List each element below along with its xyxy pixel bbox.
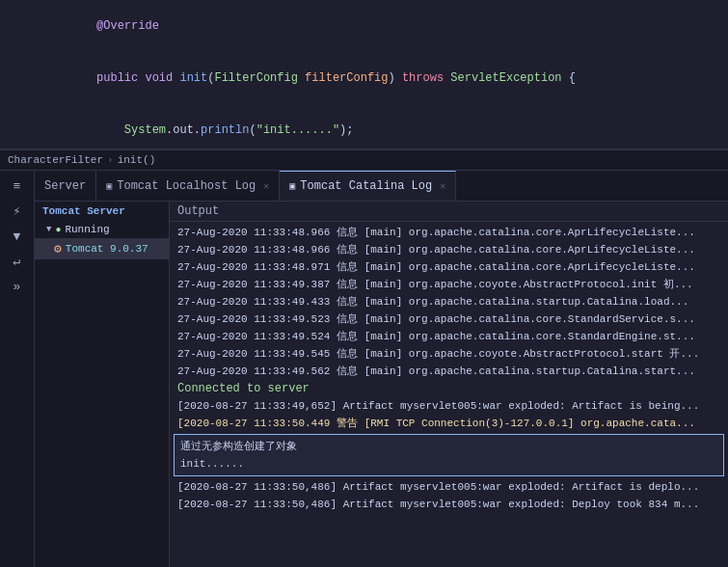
running-badge: ● [55, 225, 61, 235]
toolbar-btn-more[interactable]: » [6, 275, 29, 298]
code-line: System.out.println("init......"); [0, 104, 728, 149]
code-punct: ) [389, 71, 402, 85]
output-line: 27-Aug-2020 11:33:48.971 信息 [main] org.a… [170, 258, 728, 276]
output-line: 27-Aug-2020 11:33:49.433 信息 [main] org.a… [170, 293, 728, 310]
code-punct: ( [249, 123, 256, 137]
code-param: filterConfig [305, 71, 388, 85]
output-artifact-line: [2020-08-27 11:33:49,652] Artifact myser… [170, 397, 728, 415]
output-artifact-line-3: [2020-08-27 11:33:50,486] Artifact myser… [170, 496, 728, 513]
tab-log-icon: ▣ [106, 180, 112, 192]
output-line: 27-Aug-2020 11:33:48.966 信息 [main] org.a… [170, 224, 728, 241]
output-line: 27-Aug-2020 11:33:49.562 信息 [main] org.a… [170, 363, 728, 380]
output-content[interactable]: 27-Aug-2020 11:33:48.966 信息 [main] org.a… [170, 222, 728, 567]
left-toolbar: ≡ ⚡ ▼ ↵ » [0, 171, 35, 567]
tab-localhost-log-label: Tomcat Localhost Log [117, 179, 256, 193]
panel-right: Server ▣ Tomcat Localhost Log ✕ ▣ Tomcat… [35, 171, 728, 567]
code-keyword: void [145, 71, 179, 85]
code-string: "init......" [256, 123, 339, 137]
output-connected-line: Connected to server [170, 380, 728, 397]
code-type: FilterConfig [214, 71, 305, 85]
toolbar-btn-console[interactable]: ≡ [6, 175, 29, 198]
tab-catalina-icon: ▣ [289, 180, 295, 192]
output-artifact-line-2: [2020-08-27 11:33:50,486] Artifact myser… [170, 478, 728, 496]
toolbar-btn-filter[interactable]: ▼ [6, 225, 29, 248]
tab-catalina-log-close[interactable]: ✕ [440, 180, 445, 192]
output-highlight-box: 通过无参构造创建了对象 init...... [174, 434, 724, 476]
toolbar-btn-wrap[interactable]: ↵ [6, 250, 29, 273]
breadcrumb-class[interactable]: CharacterFilter [8, 154, 103, 166]
tab-localhost-log-close[interactable]: ✕ [263, 180, 269, 192]
arrow-down-icon: ▼ [46, 225, 51, 234]
server-header: Tomcat Server [35, 202, 169, 221]
server-running-item[interactable]: ▼ ● Running [35, 221, 169, 238]
code-punct: .out. [166, 123, 201, 137]
code-type: System [68, 123, 166, 137]
code-line: @Override [0, 0, 728, 52]
code-function: println [201, 123, 249, 137]
bottom-panel: ≡ ⚡ ▼ ↵ » Server ▣ Tomcat Localhost Log … [0, 171, 728, 567]
output-line: 27-Aug-2020 11:33:49.545 信息 [main] org.a… [170, 345, 728, 363]
code-throws: throws [402, 71, 450, 85]
code-punct: ); [339, 123, 353, 137]
output-line: 27-Aug-2020 11:33:49.387 信息 [main] org.a… [170, 276, 728, 293]
panel-tabs: Server ▣ Tomcat Localhost Log ✕ ▣ Tomcat… [35, 171, 728, 202]
code-type: ServletException [450, 71, 561, 85]
server-tomcat-item[interactable]: ⚙ Tomcat 9.0.37 [35, 238, 169, 259]
output-line: 27-Aug-2020 11:33:48.966 信息 [main] org.a… [170, 241, 728, 258]
breadcrumb-method[interactable]: init() [118, 154, 156, 166]
server-sidebar: Tomcat Server ▼ ● Running ⚙ Tomcat 9.0.3… [35, 202, 170, 567]
output-line: 27-Aug-2020 11:33:49.524 信息 [main] org.a… [170, 328, 728, 345]
toolbar-btn-lightning[interactable]: ⚡ [6, 200, 29, 223]
output-line: 27-Aug-2020 11:33:49.523 信息 [main] org.a… [170, 310, 728, 328]
code-editor: @Override public void init(FilterConfig … [0, 0, 728, 149]
tab-catalina-log-label: Tomcat Catalina Log [300, 179, 432, 193]
server-tomcat-label: Tomcat 9.0.37 [66, 243, 148, 255]
tab-server-label: Server [44, 179, 86, 193]
breadcrumb: CharacterFilter › init() [0, 149, 728, 171]
output-panel: Output 27-Aug-2020 11:33:48.966 信息 [main… [170, 202, 728, 567]
code-punct: { [562, 71, 576, 85]
tab-server[interactable]: Server [35, 171, 96, 201]
code-annotation: @Override [68, 19, 159, 33]
code-line: public void init(FilterConfig filterConf… [0, 52, 728, 104]
panel-content: Tomcat Server ▼ ● Running ⚙ Tomcat 9.0.3… [35, 202, 728, 567]
code-function: init [179, 71, 207, 85]
tab-catalina-log[interactable]: ▣ Tomcat Catalina Log ✕ [280, 171, 456, 201]
server-running-label: Running [65, 224, 109, 235]
tomcat-icon: ⚙ [54, 241, 62, 256]
breadcrumb-separator: › [107, 154, 114, 166]
output-warn-line: [2020-08-27 11:33:50.449 警告 [RMI TCP Con… [170, 415, 728, 432]
tab-localhost-log[interactable]: ▣ Tomcat Localhost Log ✕ [96, 171, 280, 201]
output-header: Output [170, 202, 728, 222]
code-keyword: public [68, 71, 145, 85]
